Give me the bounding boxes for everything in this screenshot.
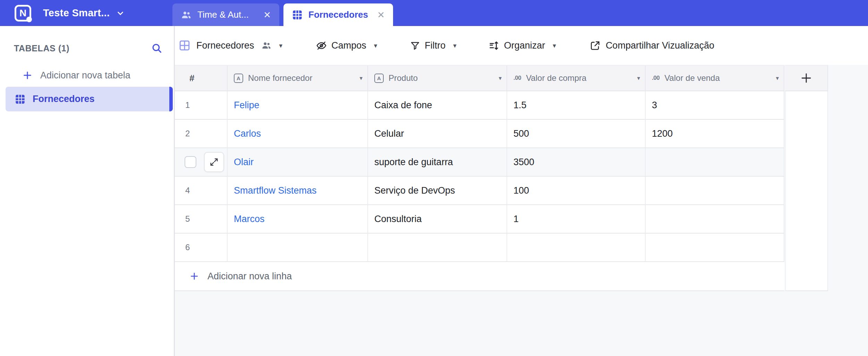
grid-view-icon [178,39,191,52]
cell-produto[interactable]: Caixa de fone [368,91,507,120]
view-name: Fornecedores [196,40,254,51]
view-switcher[interactable]: Fornecedores ▾ [178,39,282,52]
chevron-down-icon: ▾ [553,42,556,50]
chevron-down-icon: ▾ [374,42,377,50]
sidebar-item-fornecedores[interactable]: Fornecedores [6,87,173,111]
cell-nome-fornecedor[interactable]: Marcos [228,205,368,234]
row-number-cell[interactable]: 6 [175,234,228,262]
logo-dot [26,17,32,22]
expand-row-button[interactable] [204,152,224,172]
row-number-cell[interactable]: 2 [175,120,228,148]
expand-icon [209,157,219,167]
column-header-valor-de-venda[interactable]: .00 Valor de venda ▾ [646,66,784,91]
chevron-down-icon[interactable]: ▾ [499,75,502,82]
tab-label: Fornecedores [308,9,374,20]
workspace-title[interactable]: Teste Smart... [43,7,110,19]
share-label: Compartilhar Vizualização [606,40,714,51]
table-row: 2 Carlos Celular 500 1200 [175,120,784,148]
sidebar: TABELAS (1) Adicionar nova tabela Fornec… [0,26,175,356]
cell-valor-de-venda[interactable] [646,177,784,205]
sort-menu-button[interactable]: Organizar ▾ [488,40,556,51]
table-icon [292,9,303,20]
decimal-icon: .00 [652,75,659,82]
add-table-button[interactable]: Adicionar nova tabela [22,68,130,82]
add-field-column-body [785,91,828,291]
sort-label: Organizar [504,40,545,51]
add-row-button[interactable]: Adicionar nova linha [175,262,784,291]
column-header-nome-fornecedor[interactable]: A Nome fornecedor ▾ [228,66,368,91]
close-icon[interactable]: ✕ [377,10,385,19]
cell-produto[interactable]: Celular [368,120,507,148]
cell-valor-de-venda[interactable] [646,148,784,177]
add-field-button[interactable] [785,65,828,91]
cell-produto[interactable] [368,234,507,262]
cell-valor-de-compra[interactable] [507,234,646,262]
decimal-icon: .00 [513,75,521,82]
funnel-icon [410,40,420,51]
cell-valor-de-compra[interactable]: 1 [507,205,646,234]
tables-section-label: TABELAS (1) [14,43,69,53]
column-header-valor-de-compra[interactable]: .00 Valor de compra ▾ [507,66,646,91]
grid-table: # A Nome fornecedor ▾ A Produto ▾ .00 Va… [175,65,784,291]
nocodb-logo-icon[interactable]: N [15,5,31,22]
fields-label: Campos [331,40,366,51]
table-row: 5 Marcos Consultoria 1 [175,205,784,234]
row-number-cell[interactable]: 1 [175,91,228,120]
close-icon[interactable]: ✕ [263,10,271,19]
row-checkbox[interactable] [185,156,196,168]
add-field-column [785,65,828,291]
search-icon[interactable] [151,42,163,54]
plus-icon [189,271,199,281]
chevron-down-icon: ▾ [279,42,283,50]
cell-valor-de-venda[interactable]: 1200 [646,120,784,148]
cell-nome-fornecedor[interactable]: Smartflow Sistemas [228,177,368,205]
row-number-cell[interactable]: 4 [175,177,228,205]
table-row: 6 [175,234,784,262]
cell-valor-de-venda[interactable] [646,234,784,262]
cell-nome-fornecedor[interactable]: Olair [228,148,368,177]
plus-icon [22,70,33,80]
chevron-down-icon[interactable]: ▾ [776,75,779,82]
fields-menu-button[interactable]: Campos ▾ [316,40,377,51]
cell-produto[interactable]: Consultoria [368,205,507,234]
add-table-label: Adicionar nova tabela [40,70,130,81]
table-icon [15,94,26,105]
tab-label: Time & Aut... [197,9,258,20]
cell-nome-fornecedor[interactable]: Carlos [228,120,368,148]
cell-nome-fornecedor[interactable] [228,234,368,262]
cell-valor-de-compra[interactable]: 3500 [507,148,646,177]
column-header-rownum: # [175,66,228,91]
cell-valor-de-compra[interactable]: 500 [507,120,646,148]
table-header-row: # A Nome fornecedor ▾ A Produto ▾ .00 Va… [175,65,784,91]
team-icon [261,40,272,51]
active-indicator-bar [169,87,173,111]
share-view-button[interactable]: Compartilhar Vizualização [589,40,714,51]
single-line-text-icon: A [234,74,243,83]
tab-time-automation[interactable]: Time & Aut... ✕ [172,3,279,26]
sidebar-item-label: Fornecedores [33,94,95,104]
view-toolbar: Fornecedores ▾ Campos ▾ Filtro ▾ Organiz… [175,26,868,65]
cell-produto[interactable]: suporte de guitarra [368,148,507,177]
table-row-hovered: Olair suporte de guitarra 3500 [175,148,784,177]
column-header-produto[interactable]: A Produto ▾ [368,66,507,91]
cell-valor-de-compra[interactable]: 100 [507,177,646,205]
cell-valor-de-venda[interactable]: 3 [646,91,784,120]
cell-valor-de-compra[interactable]: 1.5 [507,91,646,120]
eye-off-icon [316,40,327,51]
chevron-down-icon: ▾ [453,42,457,50]
add-row-label: Adicionar nova linha [207,271,292,282]
table-row: 4 Smartflow Sistemas Serviço de DevOps 1… [175,177,784,205]
filter-label: Filtro [425,40,445,51]
cell-nome-fornecedor[interactable]: Felipe [228,91,368,120]
cell-produto[interactable]: Serviço de DevOps [368,177,507,205]
row-number-cell[interactable]: 5 [175,205,228,234]
filter-menu-button[interactable]: Filtro ▾ [410,40,457,51]
sort-icon [488,40,500,51]
chevron-down-icon[interactable] [116,9,125,18]
tab-fornecedores[interactable]: Fornecedores ✕ [283,3,393,26]
chevron-down-icon[interactable]: ▾ [637,75,640,82]
cell-valor-de-venda[interactable] [646,205,784,234]
share-icon [589,40,601,51]
chevron-down-icon[interactable]: ▾ [359,75,363,82]
team-icon [181,9,192,20]
